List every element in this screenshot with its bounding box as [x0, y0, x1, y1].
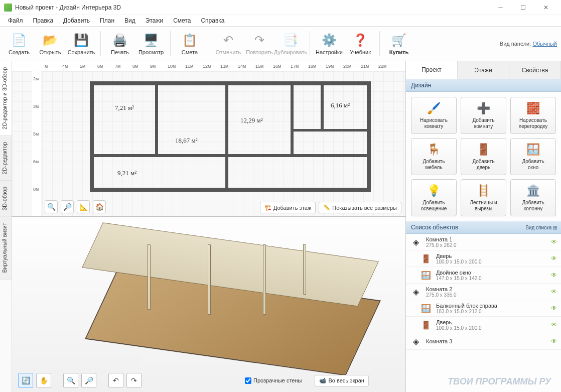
- print-button[interactable]: 🖨️Печать: [105, 30, 135, 57]
- visibility-icon[interactable]: 👁: [551, 321, 557, 328]
- design-icon: 🪟: [526, 143, 540, 157]
- menu-estimate[interactable]: Смета: [169, 16, 195, 25]
- room-area-4: 6,16 м²: [331, 101, 350, 109]
- stairs-icon: 🏗️: [264, 204, 271, 211]
- visibility-icon[interactable]: 👁: [551, 238, 557, 245]
- home-button[interactable]: 🏠: [93, 200, 106, 213]
- transparent-walls-checkbox[interactable]: Прозрачные стены: [245, 377, 302, 384]
- design-button-3[interactable]: 🪑Добавитьмебель: [411, 138, 457, 175]
- minimize-button[interactable]: ─: [489, 0, 512, 15]
- tab-2d-3d[interactable]: 2D-редактор и 3D-обзор: [0, 61, 12, 136]
- preview-button[interactable]: 🖥️Просмотр: [136, 30, 166, 57]
- design-button-2[interactable]: 🧱Нарисоватьперегородку: [510, 97, 556, 134]
- visibility-icon[interactable]: 👁: [551, 255, 557, 262]
- settings-button[interactable]: ⚙️Настройки: [314, 30, 344, 57]
- object-item[interactable]: 🪟Балконный блок справа183.0 x 15.0 x 212…: [406, 300, 561, 317]
- visibility-icon[interactable]: 👁: [551, 338, 557, 345]
- object-item[interactable]: ◈Комната 2275.0 x 335.0👁: [406, 284, 561, 300]
- design-icon: 🧱: [526, 101, 540, 115]
- object-item[interactable]: 🪟Двойное окно147.0 x 15.0 x 142.0👁: [406, 267, 561, 284]
- tutorial-button[interactable]: ❓Учебник: [345, 30, 375, 57]
- create-button[interactable]: 📄Создать: [4, 30, 34, 57]
- maximize-button[interactable]: ☐: [512, 0, 534, 15]
- design-button-4[interactable]: 🚪Добавитьдверь: [461, 138, 506, 175]
- add-floor-button[interactable]: 🏗️Добавить этаж: [260, 202, 316, 213]
- estimate-button[interactable]: 📋Смета: [175, 30, 205, 57]
- ruler-horizontal: м4м5м6м7м8м9м10м11м12м13м14м15м16м17м18м…: [12, 61, 405, 71]
- design-icon: 🪜: [477, 184, 491, 198]
- menu-help[interactable]: Справка: [197, 16, 228, 25]
- camera-icon: 📹: [319, 377, 326, 384]
- redo-icon: ↷: [251, 32, 267, 48]
- save-button[interactable]: 💾Сохранить: [66, 30, 96, 57]
- visibility-icon[interactable]: 👁: [551, 305, 557, 312]
- design-icon: 🖌️: [427, 101, 441, 115]
- tab-floors[interactable]: Этажи: [458, 61, 509, 79]
- zoom-out-button[interactable]: 🔍: [45, 200, 58, 213]
- object-item[interactable]: 🚪Дверь100.0 x 15.0 x 200.0👁: [406, 317, 561, 333]
- menubar: Файл Правка Добавить План Вид Этажи Смет…: [0, 15, 561, 26]
- redo-3d-button[interactable]: ↷: [126, 373, 142, 388]
- design-button-0[interactable]: 🖌️Нарисоватькомнату: [411, 97, 457, 134]
- pan-button[interactable]: ✋: [36, 373, 51, 388]
- menu-plan[interactable]: План: [96, 16, 118, 25]
- redo-button: ↷Повторить: [244, 30, 274, 57]
- floorplan[interactable]: 7,21 м² 18,67 м² 12,29 м² 6,16 м² 9,21 м…: [90, 81, 371, 192]
- object-list: ◈Комната 1275.0 x 262.0👁🚪Дверь100.0 x 15…: [406, 234, 561, 392]
- menu-edit[interactable]: Правка: [29, 16, 58, 25]
- design-grid: 🖌️Нарисоватькомнату➕Добавитькомнату🧱Нари…: [406, 92, 561, 221]
- object-item[interactable]: ◈Комната 3👁: [406, 333, 561, 350]
- ruler-vertical: 2м3м5м6м8м: [32, 71, 42, 216]
- printer-icon: 🖨️: [112, 32, 128, 48]
- measure-button[interactable]: 📐: [77, 200, 90, 213]
- design-icon: 🪑: [427, 143, 441, 157]
- save-icon: 💾: [73, 32, 89, 48]
- objects-section-header: Список объектов Вид списка ⊞: [406, 221, 561, 234]
- tab-2d[interactable]: 2D-редактор: [0, 136, 12, 181]
- design-button-7[interactable]: 🪜Лестницы ивырезы: [461, 179, 506, 216]
- menu-view[interactable]: Вид: [120, 16, 139, 25]
- object-icon: 🚪: [420, 252, 432, 265]
- menu-floors[interactable]: Этажи: [142, 16, 167, 25]
- side-tabs: 2D-редактор и 3D-обзор 2D-редактор 3D-об…: [0, 61, 12, 392]
- undo-3d-button[interactable]: ↶: [108, 373, 123, 388]
- object-icon: 🪟: [420, 269, 432, 281]
- menu-add[interactable]: Добавить: [59, 16, 94, 25]
- app-icon: [4, 4, 12, 12]
- zoom-in-3d-button[interactable]: 🔎: [81, 373, 96, 388]
- close-button[interactable]: ✕: [534, 0, 557, 15]
- menu-file[interactable]: Файл: [4, 16, 27, 25]
- object-icon: ◈: [410, 286, 422, 298]
- list-view-label: Вид списка: [525, 225, 551, 230]
- plan-2d-view[interactable]: 2м3м5м6м8м 7,21 м² 18,67 м² 12,29 м² 6,1…: [12, 71, 405, 217]
- design-icon: 🚪: [477, 143, 491, 157]
- object-icon: ◈: [410, 335, 422, 347]
- view-3d[interactable]: 🔄 ✋ 🔍 🔎 ↶ ↷ Прозрачные стены 📹Во весь эк…: [12, 217, 405, 392]
- tab-properties[interactable]: Свойства: [509, 61, 561, 79]
- fullscreen-button[interactable]: 📹Во весь экран: [315, 375, 368, 386]
- duplicate-icon: 📑: [283, 32, 299, 48]
- help-icon: ❓: [352, 32, 368, 48]
- room-area-2: 18,67 м²: [175, 137, 198, 145]
- object-item[interactable]: 🚪Дверь100.0 x 15.0 x 200.0👁: [406, 250, 561, 267]
- buy-button[interactable]: 🛒Купить: [384, 30, 414, 57]
- open-button[interactable]: 📂Открыть: [35, 30, 65, 57]
- design-button-1[interactable]: ➕Добавитькомнату: [461, 97, 506, 134]
- zoom-out-3d-button[interactable]: 🔍: [63, 373, 78, 388]
- canvas-area: м4м5м6м7м8м9м10м11м12м13м14м15м16м17м18м…: [12, 61, 405, 392]
- design-button-6[interactable]: 💡Добавитьосвещение: [411, 179, 457, 216]
- show-dimensions-button[interactable]: 📏Показывать все размеры: [319, 202, 401, 213]
- visibility-icon[interactable]: 👁: [551, 272, 557, 279]
- list-view-icon[interactable]: ⊞: [553, 225, 557, 230]
- zoom-in-button[interactable]: 🔎: [61, 200, 74, 213]
- tab-project[interactable]: Проект: [406, 61, 458, 79]
- tab-virtual[interactable]: Виртуальный визит: [0, 217, 12, 280]
- duplicate-button: 📑Дублировать: [275, 30, 306, 57]
- design-button-5[interactable]: 🪟Добавитьокно: [510, 138, 556, 175]
- design-button-8[interactable]: 🏛️Добавитьколонну: [510, 179, 556, 216]
- visibility-icon[interactable]: 👁: [551, 288, 557, 295]
- tab-3d[interactable]: 3D-обзор: [0, 181, 12, 217]
- object-item[interactable]: ◈Комната 1275.0 x 262.0👁: [406, 234, 561, 250]
- rotate-360-button[interactable]: 🔄: [18, 373, 33, 388]
- panel-mode-link[interactable]: Обычный: [532, 41, 557, 47]
